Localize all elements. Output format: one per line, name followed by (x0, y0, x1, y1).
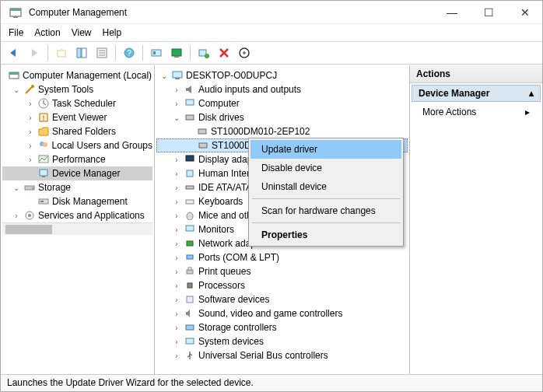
hid-icon (184, 167, 196, 180)
tree-performance[interactable]: ›Performance (2, 152, 152, 166)
svg-point-35 (28, 214, 31, 217)
display-icon (184, 153, 196, 166)
expand-icon[interactable]: › (26, 114, 35, 122)
toolbar-icon-2[interactable] (168, 44, 185, 61)
tree-shared-folders[interactable]: ›Shared Folders (2, 124, 152, 138)
cpu-icon (184, 279, 196, 292)
collapse-icon[interactable]: ⌄ (12, 184, 21, 192)
tree-label: Computer (198, 98, 240, 109)
expand-icon[interactable]: › (172, 254, 181, 262)
tree-services[interactable]: ›Services and Applications (2, 208, 152, 222)
expand-icon[interactable]: › (172, 100, 181, 108)
expand-icon[interactable]: › (26, 142, 35, 150)
menu-action[interactable]: Action (34, 27, 60, 38)
cat-disk-drives[interactable]: ⌄Disk drives (156, 110, 408, 124)
tree-root-compmgmt[interactable]: Computer Management (Local) (2, 68, 152, 82)
expand-icon[interactable]: › (12, 212, 21, 220)
expand-icon[interactable]: › (172, 324, 181, 332)
enable-button[interactable] (236, 44, 253, 61)
ctx-update-driver[interactable]: Update driver (250, 140, 401, 159)
up-button[interactable] (53, 44, 70, 61)
svg-rect-45 (186, 200, 194, 204)
svg-rect-4 (77, 48, 81, 58)
tree-device-manager[interactable]: Device Manager (2, 166, 152, 180)
collapse-icon[interactable]: ⌄ (172, 114, 181, 122)
cat-software[interactable]: ›Software devices (156, 292, 408, 306)
actions-group-label: Device Manager (419, 88, 489, 99)
cat-usb[interactable]: ›Universal Serial Bus controllers (156, 348, 408, 362)
svg-rect-43 (187, 170, 193, 177)
more-actions[interactable]: More Actions ▸ (410, 103, 542, 121)
sound-icon (184, 307, 196, 320)
expand-icon[interactable]: › (172, 352, 181, 360)
maximize-button[interactable]: ☐ (478, 5, 500, 20)
tree-label: Mice and oth (198, 210, 252, 221)
ctx-properties[interactable]: Properties (250, 226, 401, 244)
cat-storage-ctrl[interactable]: ›Storage controllers (156, 320, 408, 334)
collapse-icon[interactable]: ⌄ (12, 86, 21, 94)
svg-rect-42 (186, 156, 194, 161)
tree-event-viewer[interactable]: ›!Event Viewer (2, 110, 152, 124)
actions-group[interactable]: Device Manager ▴ (412, 85, 541, 102)
expand-icon[interactable]: › (172, 212, 181, 220)
expand-icon[interactable]: › (172, 282, 181, 290)
menu-view[interactable]: View (72, 27, 92, 38)
svg-rect-5 (82, 48, 86, 58)
tree-storage[interactable]: ⌄Storage (2, 180, 152, 194)
tree-disk-mgmt[interactable]: Disk Management (2, 194, 152, 208)
dev-root[interactable]: ⌄DESKTOP-O0DUPCJ (156, 68, 408, 82)
expand-icon[interactable]: › (172, 310, 181, 318)
expand-icon[interactable]: › (26, 156, 35, 164)
expand-icon[interactable]: › (172, 184, 181, 192)
left-scrollbar[interactable] (2, 222, 152, 235)
computer-mgmt-icon (8, 69, 20, 82)
more-actions-label: More Actions (422, 107, 476, 117)
ctx-disable-device[interactable]: Disable device (250, 159, 401, 177)
remove-button[interactable] (215, 44, 233, 61)
tree-label: Task Scheduler (52, 98, 116, 109)
cat-print[interactable]: ›Print queues (156, 264, 408, 278)
show-hide-tree-button[interactable] (73, 44, 90, 61)
forward-button[interactable] (26, 44, 43, 61)
cat-audio[interactable]: ›Audio inputs and outputs (156, 82, 408, 96)
expand-icon[interactable]: › (172, 198, 181, 206)
ctx-label: Update driver (261, 144, 317, 155)
back-button[interactable] (5, 44, 23, 61)
svg-rect-38 (186, 100, 194, 105)
cat-ports[interactable]: ›Ports (COM & LPT) (156, 250, 408, 264)
minimize-button[interactable]: — (440, 5, 464, 20)
cat-processors[interactable]: ›Processors (156, 278, 408, 292)
svg-rect-51 (188, 268, 191, 270)
expand-icon[interactable]: › (26, 100, 35, 108)
menu-file[interactable]: File (9, 27, 23, 38)
properties-button[interactable] (93, 44, 110, 61)
tree-label: System devices (198, 336, 264, 347)
expand-icon[interactable]: › (172, 156, 181, 164)
ctx-uninstall-device[interactable]: Uninstall device (250, 177, 401, 196)
cat-computer[interactable]: ›Computer (156, 96, 408, 110)
close-button[interactable]: ✕ (514, 5, 536, 20)
ctx-scan-hardware[interactable]: Scan for hardware changes (250, 201, 401, 220)
expand-icon[interactable]: › (26, 128, 35, 136)
help-button[interactable]: ? (121, 44, 138, 61)
expand-icon[interactable]: › (172, 226, 181, 234)
expand-icon[interactable]: › (172, 86, 181, 94)
disk-item-0[interactable]: ST1000DM010-2EP102 (156, 124, 408, 138)
cat-system[interactable]: ›System devices (156, 334, 408, 348)
collapse-icon[interactable]: ⌄ (159, 72, 169, 80)
toolbar-icon-1[interactable] (148, 44, 165, 61)
expand-icon[interactable]: › (172, 240, 181, 248)
folder-icon (37, 125, 50, 138)
expand-icon[interactable]: › (172, 338, 181, 346)
tree-local-users[interactable]: ›Local Users and Groups (2, 138, 152, 152)
svg-point-31 (32, 187, 33, 189)
expand-icon[interactable]: › (172, 296, 181, 304)
tree-label: Processors (198, 280, 245, 291)
expand-icon[interactable]: › (172, 170, 181, 178)
tree-system-tools[interactable]: ⌄ System Tools (2, 82, 152, 96)
expand-icon[interactable]: › (172, 268, 181, 276)
scan-hardware-button[interactable] (195, 44, 212, 61)
menu-help[interactable]: Help (103, 27, 122, 38)
cat-sound[interactable]: ›Sound, video and game controllers (156, 306, 408, 320)
tree-task-scheduler[interactable]: ›Task Scheduler (2, 96, 152, 110)
